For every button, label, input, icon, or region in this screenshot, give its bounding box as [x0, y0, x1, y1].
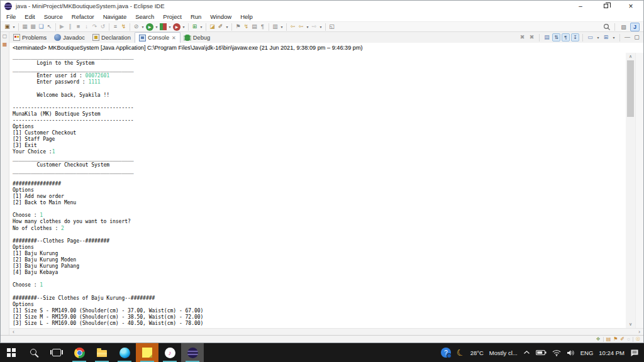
horizontal-scrollbar[interactable]: ‹ ›	[9, 328, 643, 335]
bookmark-icon[interactable]: ⚑	[613, 337, 618, 342]
mark-occurrences-icon[interactable]: ≡	[111, 22, 119, 31]
word-wrap-icon[interactable]: ¶	[562, 33, 570, 41]
sticky-notes-button[interactable]	[136, 343, 158, 362]
vertical-scrollbar[interactable]: ∧ ∨	[626, 53, 635, 328]
pin-console-icon[interactable]: ↧	[571, 33, 579, 41]
heap-status-icon[interactable]: ❖	[596, 337, 600, 342]
progress-icon[interactable]: ◌	[627, 337, 630, 342]
menu-navigate[interactable]: Navigate	[99, 13, 131, 20]
close-button[interactable]: ×	[618, 1, 643, 11]
minimize-view-icon[interactable]: —	[623, 33, 631, 42]
itunes-button[interactable]	[158, 343, 181, 362]
dropdown-caret-icon[interactable]: ▾	[305, 25, 310, 29]
weather-condition[interactable]: Mostly cl...	[489, 349, 518, 356]
java-perspective-button[interactable]: J	[630, 23, 640, 31]
action-center-icon[interactable]	[630, 349, 639, 357]
battery-icon[interactable]	[536, 349, 547, 356]
dropdown-caret-icon[interactable]: ▾	[279, 25, 284, 29]
chrome-button[interactable]	[68, 343, 91, 362]
scroll-left-icon[interactable]: ‹	[13, 329, 14, 335]
tasks-icon[interactable]: ▤	[606, 337, 611, 342]
remove-all-launches-icon[interactable]: ✖	[528, 33, 536, 42]
format-icon[interactable]: ↯	[119, 22, 128, 31]
step-return-icon[interactable]: ↺	[99, 22, 107, 31]
tab-declaration[interactable]: Declaration	[89, 32, 135, 43]
clock[interactable]: 10:24 PM	[599, 349, 625, 356]
scroll-right-icon[interactable]: ›	[638, 329, 640, 335]
profile-icon[interactable]: ▶	[173, 23, 180, 31]
tab-javadoc[interactable]: Javadoc	[50, 32, 89, 43]
dropdown-caret-icon[interactable]: ▾	[154, 25, 159, 29]
menu-edit[interactable]: Edit	[20, 13, 39, 20]
menu-project[interactable]: Project	[158, 13, 186, 20]
selection-icon[interactable]: ↖	[45, 22, 53, 31]
dropdown-caret-icon[interactable]: ▾	[167, 25, 172, 29]
display-console-icon[interactable]: ▭	[586, 33, 594, 42]
last-edit-icon[interactable]: ◱	[328, 22, 336, 31]
volume-icon[interactable]	[567, 349, 575, 356]
restore-views-icon[interactable]: ▢	[3, 33, 8, 40]
search-icon[interactable]	[603, 23, 611, 31]
dropdown-caret-icon[interactable]: ▾	[181, 25, 186, 29]
save-icon[interactable]: ▦	[21, 22, 29, 31]
open-console-icon[interactable]: ⊞	[602, 33, 610, 42]
start-button[interactable]	[0, 343, 23, 362]
scroll-down-icon[interactable]: ∨	[626, 321, 635, 328]
file-explorer-button[interactable]	[91, 343, 113, 362]
tray-overflow-chevron-icon[interactable]	[523, 350, 530, 355]
weather-temperature[interactable]: 28°C	[470, 349, 484, 356]
task-view-button[interactable]	[45, 343, 68, 362]
minimized-view-icon[interactable]: ▦	[3, 41, 8, 48]
tip-icon[interactable]: ☉	[636, 337, 640, 342]
menu-search[interactable]: Search	[131, 13, 158, 20]
scroll-up-icon[interactable]: ∧	[626, 53, 635, 60]
scroll-lock-icon[interactable]: ⇅	[552, 33, 560, 41]
pin-editor-icon[interactable]: ▥	[271, 22, 279, 31]
dropdown-caret-icon[interactable]: ▾	[596, 35, 601, 40]
step-over-icon[interactable]: ↷	[91, 22, 99, 31]
dropdown-caret-icon[interactable]: ▾	[318, 25, 323, 29]
maximize-view-icon[interactable]: ▢	[633, 33, 641, 42]
tab-debug[interactable]: Debug	[180, 32, 214, 43]
coverage-icon[interactable]	[160, 23, 167, 30]
back-history-icon[interactable]: ⇦	[297, 22, 305, 31]
wifi-icon[interactable]	[552, 349, 561, 356]
menu-refactor[interactable]: Refactor	[67, 13, 99, 20]
tab-problems[interactable]: Problems	[9, 32, 50, 43]
suspend-icon[interactable]: ∥	[66, 22, 74, 31]
dropdown-caret-icon[interactable]: ▾	[140, 25, 145, 29]
annotation-icon[interactable]: ⚑	[234, 22, 242, 31]
menu-source[interactable]: Source	[40, 13, 67, 20]
dropdown-caret-icon[interactable]: ▾	[11, 25, 16, 29]
run-icon[interactable]: ▶	[146, 23, 153, 31]
menu-help[interactable]: Help	[236, 13, 257, 20]
menu-file[interactable]: File	[2, 13, 20, 20]
open-task-icon[interactable]: ❏	[37, 22, 45, 31]
remove-launch-icon[interactable]: ✖	[518, 33, 526, 42]
weather-moon-icon[interactable]: ☾	[455, 347, 466, 358]
minimize-button[interactable]: –	[568, 1, 593, 11]
eclipse-button[interactable]	[181, 343, 204, 362]
tab-console[interactable]: Console ✕	[135, 32, 180, 43]
skip-breakpoints-icon[interactable]: ⊘	[132, 22, 140, 31]
external-tools-icon[interactable]: ↯	[242, 22, 250, 31]
terminate-icon[interactable]: ■	[74, 22, 82, 31]
taskbar-search-button[interactable]	[23, 343, 45, 362]
save-all-icon[interactable]: ▩	[29, 22, 37, 31]
back-icon[interactable]: ⇦	[289, 22, 297, 31]
open-perspective-icon[interactable]: ▧	[619, 23, 628, 31]
dropdown-caret-icon[interactable]: ▾	[611, 35, 616, 40]
language-indicator[interactable]: ENG	[580, 349, 594, 356]
new-wizard-icon[interactable]: ▣	[3, 22, 11, 31]
scrollbar-thumb[interactable]	[627, 60, 634, 117]
new-java-project-icon[interactable]: ⊞	[191, 22, 199, 31]
show-selected-icon[interactable]: ▤	[250, 22, 258, 31]
close-tab-icon[interactable]: ✕	[172, 35, 176, 41]
menu-window[interactable]: Window	[206, 13, 236, 20]
resume-icon[interactable]: ▶	[58, 22, 66, 31]
restore-button[interactable]	[593, 1, 618, 11]
pilcrow-icon[interactable]: ¶	[258, 22, 267, 31]
dropdown-caret-icon[interactable]: ▾	[225, 25, 230, 29]
forward-icon[interactable]: ⇨	[310, 22, 318, 31]
help-tips-icon[interactable]: ?	[441, 348, 451, 358]
